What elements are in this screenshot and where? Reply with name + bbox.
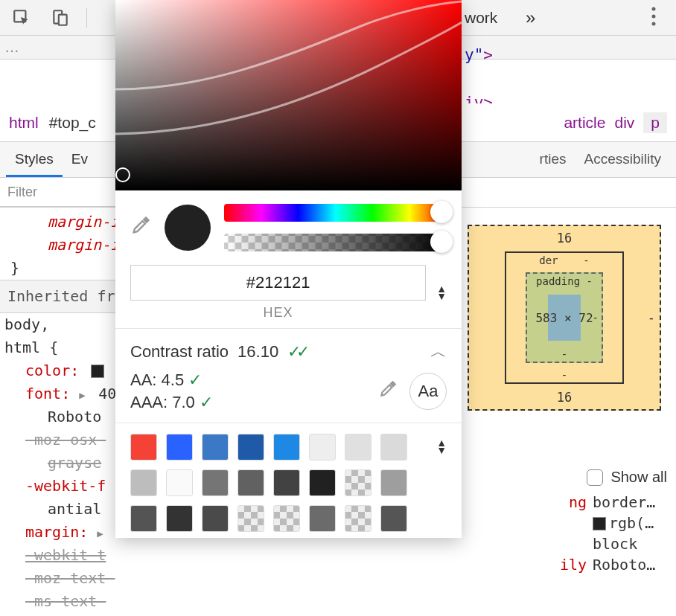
css-moz-osx[interactable]: -moz-osx-	[25, 431, 106, 449]
tab-styles[interactable]: Styles	[6, 142, 63, 177]
contrast-ratio-label: Contrast ratio	[130, 342, 229, 362]
hex-input-field[interactable]: #212121	[130, 265, 426, 301]
breadcrumb-p-selected[interactable]: p	[643, 112, 667, 133]
aaa-threshold-label: AAA: 7.0	[130, 393, 195, 411]
box-model-diagram: 16 16 - der - - padding - - - 583 × 72	[468, 225, 661, 411]
css-moz-text-size[interactable]: -moz-text-	[25, 569, 115, 587]
alpha-slider-thumb[interactable]	[430, 231, 453, 253]
palette-swatch[interactable]	[166, 469, 193, 496]
padding-label: padding -	[527, 275, 602, 287]
palette-swatch[interactable]	[202, 505, 229, 532]
eyedropper-icon[interactable]	[130, 215, 151, 241]
expand-triangle-icon[interactable]: ▶	[79, 388, 89, 404]
computed-rgb-value[interactable]: rgb(…	[609, 514, 654, 532]
padding-bottom-dash: -	[527, 348, 602, 360]
margin-right-dash: -	[648, 310, 655, 325]
gradient-pointer[interactable]	[115, 167, 130, 182]
hue-slider-thumb[interactable]	[430, 201, 453, 223]
css-antialiased-value[interactable]: antial	[48, 500, 101, 518]
bg-eyedropper-icon[interactable]	[378, 379, 398, 404]
computed-display-value[interactable]: block	[593, 535, 667, 553]
css-color-prop[interactable]: color:	[25, 362, 79, 379]
computed-border-value[interactable]: border…	[593, 493, 667, 511]
text-sample-preview[interactable]: Aa	[409, 373, 447, 410]
palette-swatch[interactable]	[166, 434, 193, 461]
palette-swatch[interactable]	[202, 434, 229, 461]
palette-swatch[interactable]	[345, 505, 372, 532]
css-font-prop[interactable]: font:	[25, 385, 70, 402]
expand-triangle-icon-2[interactable]: ▶	[97, 526, 107, 542]
palette-swatch[interactable]	[380, 434, 407, 461]
contrast-ratio-value: 16.10	[237, 342, 278, 362]
breadcrumb-top-c[interactable]: #top_c	[49, 114, 96, 132]
computed-font-family-value[interactable]: Roboto…	[593, 556, 667, 574]
palette-swatch[interactable]	[273, 505, 300, 532]
show-all-label: Show all	[610, 469, 667, 486]
contrast-pass-icon: ✓✓	[287, 342, 305, 362]
svg-rect-2	[59, 14, 67, 25]
color-picker-popup: #212121 HEX ▲▼ Contrast ratio 16.10 ✓✓ ︿…	[115, 0, 462, 538]
palette-swatch[interactable]	[273, 469, 300, 496]
show-all-checkbox[interactable]	[587, 469, 603, 486]
inspect-element-icon[interactable]	[9, 5, 34, 31]
selector-body[interactable]: body,	[4, 313, 49, 336]
padding-right-dash: -	[593, 312, 599, 324]
aa-threshold-label: AA: 4.5	[130, 370, 184, 389]
computed-prop-ily[interactable]: ily	[560, 556, 587, 574]
selector-html[interactable]: html {	[4, 339, 58, 356]
palette-swatch[interactable]	[237, 469, 264, 496]
more-menu-icon[interactable]	[651, 6, 657, 31]
palette-swatch[interactable]	[345, 469, 372, 496]
palette-swatch[interactable]	[345, 434, 372, 461]
css-webkit-font-smoothing[interactable]: -webkit-f	[25, 477, 106, 495]
css-ms-text-size[interactable]: -ms-text-	[25, 592, 106, 610]
device-toggle-icon[interactable]	[48, 5, 73, 31]
palette-swatch[interactable]	[309, 434, 336, 461]
hue-slider[interactable]	[224, 204, 447, 222]
margin-bottom-value[interactable]: 16	[469, 390, 660, 405]
palette-swatch[interactable]	[309, 469, 336, 496]
margin-top-value[interactable]: 16	[469, 231, 660, 246]
palette-swatch[interactable]	[202, 469, 229, 496]
aaa-pass-check-icon: ✓	[200, 393, 213, 411]
svg-point-5	[652, 22, 656, 26]
computed-color-swatch-icon[interactable]	[593, 517, 606, 530]
palette-swatch[interactable]	[380, 469, 407, 496]
palette-swatch[interactable]	[237, 434, 264, 461]
tab-event-listeners-partial[interactable]: Ev	[63, 142, 97, 177]
tab-network-partial[interactable]: work	[465, 9, 497, 27]
color-gradient-area[interactable]	[115, 0, 462, 190]
tab-accessibility[interactable]: Accessibility	[575, 142, 670, 177]
tabs-overflow-icon[interactable]: »	[526, 7, 535, 28]
contrast-collapse-icon[interactable]: ︿	[430, 341, 447, 363]
styles-filter-input[interactable]: Filter	[0, 178, 119, 207]
breadcrumb-article[interactable]: article	[564, 114, 605, 132]
svg-point-3	[652, 7, 656, 11]
color-swatch-icon[interactable]	[91, 365, 104, 378]
palette-swatch[interactable]	[130, 434, 157, 461]
computed-prop-ng[interactable]: ng	[569, 493, 587, 511]
content-dimensions[interactable]: 583 × 72	[548, 295, 581, 341]
alpha-slider[interactable]	[224, 234, 447, 251]
palette-swatch[interactable]	[273, 434, 300, 461]
css-webkit-text-size[interactable]: -webkit-t	[25, 546, 106, 564]
palette-swatch[interactable]	[380, 505, 407, 532]
css-font-value[interactable]: 40	[98, 385, 116, 402]
border-label: der	[539, 254, 558, 266]
palette-switcher-icon[interactable]: ▲▼	[436, 440, 447, 455]
css-margin-prop[interactable]: margin:	[25, 523, 88, 541]
breadcrumb-div[interactable]: div	[614, 114, 634, 132]
breadcrumb-html[interactable]: html	[9, 114, 39, 132]
border-top-dash: -	[583, 254, 589, 266]
show-all-toggle[interactable]: Show all	[444, 469, 667, 486]
border-bottom-dash: -	[506, 369, 622, 381]
format-switcher-icon[interactable]: ▲▼	[436, 286, 447, 301]
css-font-family-value[interactable]: Roboto	[48, 408, 101, 426]
palette-swatch[interactable]	[130, 469, 157, 496]
palette-swatch[interactable]	[166, 505, 193, 532]
palette-swatch[interactable]	[130, 505, 157, 532]
palette-swatch[interactable]	[237, 505, 264, 532]
tab-properties-partial[interactable]: rties	[531, 142, 575, 177]
palette-swatch[interactable]	[309, 505, 336, 532]
css-grayscale-value[interactable]: grayse	[48, 454, 101, 472]
